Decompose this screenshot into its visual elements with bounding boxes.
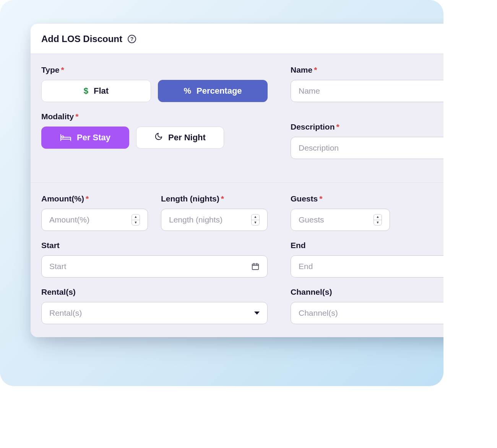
- end-placeholder: End: [299, 262, 313, 271]
- type-percentage-label: Percentage: [197, 86, 242, 96]
- rentals-select[interactable]: Rental(s): [41, 302, 268, 324]
- field-name: Name* 0/50: [291, 65, 443, 112]
- label-name: Name*: [291, 65, 443, 75]
- name-counter: 0/50: [291, 104, 443, 112]
- field-description: Description* 0/150: [291, 122, 443, 169]
- modality-segmented: Per Stay Per Night: [41, 127, 268, 149]
- length-stepper[interactable]: ▲▼: [251, 214, 260, 226]
- calendar-icon: [251, 262, 260, 271]
- length-input[interactable]: Length (nights) ▲▼: [161, 209, 268, 231]
- type-flat-label: Flat: [94, 86, 109, 96]
- field-channels: Channel(s) Channel(s): [291, 287, 443, 324]
- label-length: Length (nights)*: [161, 194, 268, 203]
- required-marker: *: [319, 194, 322, 203]
- type-percentage-button[interactable]: % Percentage: [158, 80, 268, 102]
- field-modality: Modality*: [41, 112, 268, 149]
- label-modality: Modality*: [41, 112, 268, 121]
- field-length: Length (nights)* Length (nights) ▲▼: [161, 194, 268, 231]
- name-input[interactable]: [291, 80, 443, 102]
- length-placeholder: Length (nights): [169, 215, 223, 224]
- field-rentals: Rental(s) Rental(s): [41, 287, 268, 324]
- help-icon[interactable]: ?: [128, 35, 136, 43]
- section-details: Amount(%)* Amount(%) ▲▼ Length (nights)*: [31, 182, 443, 337]
- label-start: Start: [41, 241, 268, 250]
- field-start: Start Start: [41, 241, 268, 278]
- label-end: End: [291, 241, 443, 250]
- bed-icon: [60, 133, 71, 142]
- start-date-input[interactable]: Start: [41, 255, 268, 278]
- amount-stepper[interactable]: ▲▼: [132, 214, 140, 226]
- type-flat-button[interactable]: $ Flat: [41, 80, 151, 102]
- field-amount: Amount(%)* Amount(%) ▲▼: [41, 194, 148, 231]
- modality-per-stay-label: Per Stay: [77, 133, 110, 143]
- label-description: Description*: [291, 122, 443, 131]
- svg-rect-1: [252, 264, 259, 270]
- label-type: Type*: [41, 65, 268, 75]
- modal-title: Add LOS Discount: [41, 34, 122, 44]
- modality-per-night-label: Per Night: [168, 133, 206, 143]
- label-channels: Channel(s): [291, 287, 443, 297]
- label-rentals: Rental(s): [41, 287, 268, 297]
- required-marker: *: [75, 112, 78, 121]
- amount-placeholder: Amount(%): [49, 215, 89, 224]
- channels-select[interactable]: Channel(s): [291, 302, 443, 324]
- rentals-placeholder: Rental(s): [49, 308, 82, 318]
- dollar-icon: $: [84, 86, 88, 96]
- required-marker: *: [221, 194, 224, 203]
- modality-per-night-button[interactable]: Per Night: [136, 127, 224, 149]
- moon-icon: [154, 132, 163, 143]
- required-marker: *: [61, 65, 64, 74]
- add-los-discount-modal: Add LOS Discount ? Type* $ Flat: [31, 24, 443, 337]
- modal-header: Add LOS Discount ?: [31, 24, 443, 54]
- chevron-down-icon: [254, 312, 260, 315]
- description-counter: 0/150: [291, 161, 443, 169]
- required-marker: *: [314, 65, 317, 74]
- guests-stepper[interactable]: ▲▼: [374, 214, 382, 226]
- field-type: Type* $ Flat % Percentage: [41, 65, 268, 102]
- type-segmented: $ Flat % Percentage: [41, 80, 268, 102]
- required-marker: *: [336, 122, 339, 131]
- percent-icon: %: [184, 86, 191, 96]
- field-end: End End: [291, 241, 443, 278]
- svg-point-0: [62, 136, 63, 138]
- description-input[interactable]: [291, 137, 443, 159]
- end-date-input[interactable]: End: [291, 255, 443, 278]
- field-guests: Guests* Guests ▲▼: [291, 194, 390, 231]
- start-placeholder: Start: [49, 262, 66, 271]
- guests-placeholder: Guests: [299, 215, 324, 224]
- section-basic: Type* $ Flat % Percentage: [31, 54, 443, 182]
- amount-input[interactable]: Amount(%) ▲▼: [41, 209, 148, 231]
- modality-per-stay-button[interactable]: Per Stay: [41, 127, 129, 149]
- required-marker: *: [86, 194, 89, 203]
- label-amount: Amount(%)*: [41, 194, 148, 203]
- label-guests: Guests*: [291, 194, 390, 203]
- channels-placeholder: Channel(s): [299, 308, 338, 318]
- guests-input[interactable]: Guests ▲▼: [291, 209, 390, 231]
- page-backdrop: Add LOS Discount ? Type* $ Flat: [0, 0, 443, 386]
